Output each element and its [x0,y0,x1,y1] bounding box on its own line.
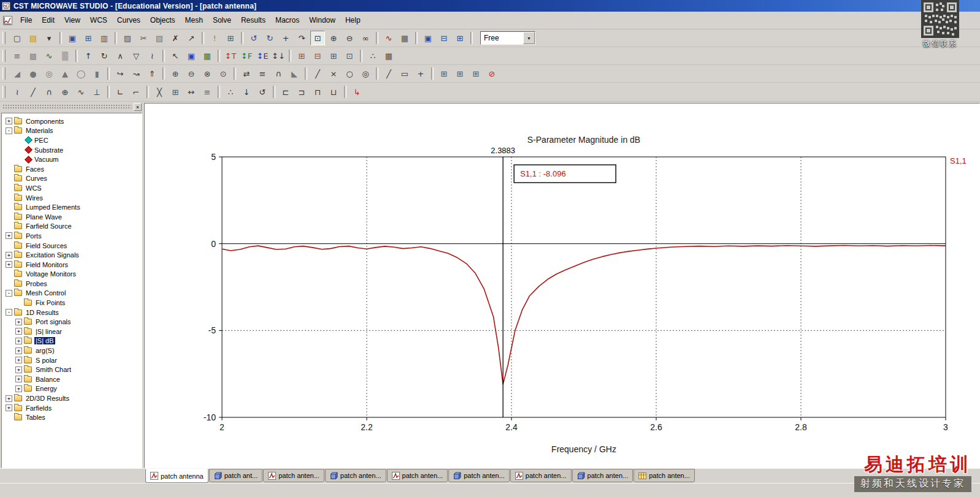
expand-icon[interactable]: + [6,261,12,268]
tile-windows-icon[interactable]: ⊞ [453,31,467,45]
open-dropdown-icon[interactable]: ▾ [42,31,56,45]
tree-item-fix-points[interactable]: Fix Points [2,298,142,308]
brick-icon[interactable]: ▮ [90,66,104,81]
toolbar-grip[interactable] [2,86,6,98]
tree-item-lumped-elements[interactable]: Lumped Elements [2,202,142,212]
cone-icon[interactable]: ▲ [58,66,72,81]
document-tab-5[interactable]: patch anten... [387,469,448,482]
waveguide-port-icon[interactable]: ▦ [200,48,215,63]
mdi-child-icon[interactable] [3,16,12,25]
tree-item-smith-chart[interactable]: +Smith Chart [2,365,142,374]
ellipse-curve-icon[interactable]: ◎ [358,66,373,81]
undo-icon[interactable]: ↺ [247,31,261,45]
mesh-view-mode-combo[interactable]: Free▼ [480,31,535,45]
sweep-icon[interactable]: ↝ [129,66,144,81]
document-tab-6[interactable]: patch anten... [448,469,510,482]
circle-tool-icon[interactable]: ⊕ [58,85,72,99]
zoom-out-icon[interactable]: ⊖ [342,31,357,45]
loft-icon[interactable]: ∧ [113,48,128,63]
save-all-icon[interactable]: ⊞ [81,31,96,45]
menu-edit[interactable]: Edit [37,14,59,26]
units-icon[interactable]: ⊞ [223,31,238,45]
start-solver-icon[interactable]: ▦ [381,48,396,63]
mesh-properties-icon[interactable]: ⊞ [294,48,309,63]
point-icon[interactable]: × [326,66,341,81]
global-mesh-icon[interactable]: ⊞ [326,48,341,63]
transform-icon[interactable]: ↗ [184,31,199,45]
shell-solid-icon[interactable]: ▽ [129,48,144,63]
tree-item-plane-wave[interactable]: Plane Wave [2,212,142,222]
tree-item-ports[interactable]: +Ports [2,231,142,241]
copy-image-icon[interactable]: ▨ [120,31,135,45]
mesh-density-icon[interactable]: ≡ [10,48,25,63]
tree-item-faces[interactable]: Faces [2,164,142,174]
line-segment-icon[interactable]: ╱ [26,85,40,99]
boundary-flux-icon[interactable]: ↕F [239,48,254,63]
tree-item-probes[interactable]: Probes [2,279,142,289]
new-icon[interactable]: ▢ [10,31,25,45]
menu-window[interactable]: Window [304,14,340,26]
tree-item-pec[interactable]: PEC [2,135,142,145]
rotate-view-icon[interactable]: ↷ [294,31,309,45]
tree-item-substrate[interactable]: Substrate [2,145,142,155]
title-bar[interactable]: CST MICROWAVE STUDIO - [Educational Vers… [0,0,980,12]
menu-view[interactable]: View [59,14,85,26]
menu-file[interactable]: File [15,14,37,26]
tree-item-farfield-source[interactable]: Farfield Source [2,222,142,232]
menu-macros[interactable]: Macros [270,14,304,26]
expand-icon[interactable]: + [6,404,12,411]
expand-icon[interactable]: + [15,385,22,392]
excitation-signal-icon[interactable]: ∿ [42,48,56,63]
cut-icon[interactable]: ✂ [136,31,151,45]
document-tab-1[interactable]: patch antenna [145,469,209,483]
paste-icon[interactable]: ▧ [152,31,167,45]
align-bottom-icon[interactable]: ⊔ [326,85,341,99]
collapse-icon[interactable]: - [6,309,12,316]
menu-wcs[interactable]: WCS [85,14,112,26]
align-shape-icon[interactable]: ≡ [255,66,270,81]
print-icon[interactable]: ▥ [97,31,112,45]
document-tab-2[interactable]: patch ant... [209,469,262,482]
tree-item-s-linear[interactable]: +|S| linear [2,327,142,336]
boolean-add-icon[interactable]: ⊕ [168,66,183,81]
rotate-solid-icon[interactable]: ↻ [97,48,112,63]
chamfer-edge-icon[interactable]: ◣ [287,66,302,81]
trim-curve-icon[interactable]: ⊥ [90,85,104,99]
document-tab-3[interactable]: patch anten... [263,469,324,482]
tree-item-2d-3d-results[interactable]: +2D/3D Results [2,393,142,403]
tree-item-field-monitors[interactable]: +Field Monitors [2,260,142,270]
toolbar-grip[interactable] [2,32,6,44]
tree-item-excitation-signals[interactable]: +Excitation Signals [2,250,142,260]
redo-icon[interactable]: ↻ [262,31,277,45]
tree-item-balance[interactable]: +Balance [2,374,142,384]
expand-icon[interactable]: + [15,357,22,363]
cylinder-icon[interactable]: ◯ [74,66,88,81]
cascade-windows-icon[interactable]: ⊟ [437,31,451,45]
boolean-intersect-icon[interactable]: ⊗ [200,66,215,81]
history-list-icon[interactable]: ⊞ [168,85,183,99]
delete-icon[interactable]: ✗ [168,31,183,45]
pick-tool-icon[interactable]: ↖ [168,48,183,63]
expand-icon[interactable]: + [15,328,22,335]
menu-curves[interactable]: Curves [112,14,145,26]
new-window-icon[interactable]: ▣ [421,31,435,45]
align-right-icon[interactable]: ⊐ [294,85,309,99]
extrude-curve-icon[interactable]: ⇑ [145,66,159,81]
expand-icon[interactable]: + [6,118,12,124]
pick-point-icon[interactable]: + [413,66,428,81]
material-parameters-icon[interactable]: ▩ [26,48,40,63]
boundary-tangential-icon[interactable]: ↕T [223,48,238,63]
align-top-icon[interactable]: ⊓ [310,85,325,99]
tree-item-vacuum[interactable]: Vacuum [2,154,142,164]
face-list-icon[interactable]: ⊞ [469,66,483,81]
toolbar-grip[interactable] [2,50,6,62]
collapse-icon[interactable]: - [6,290,12,297]
solver-setup-icon[interactable]: ∴ [366,48,380,63]
expand-icon[interactable]: + [15,347,22,354]
tree-panel-grip[interactable] [2,104,131,110]
expand-icon[interactable]: + [6,252,12,259]
expand-icon[interactable]: + [15,338,22,344]
spline-icon[interactable]: ∿ [74,85,88,99]
tree-item-components[interactable]: +Components [2,116,142,126]
rectangle-curve-icon[interactable]: ▭ [397,66,412,81]
